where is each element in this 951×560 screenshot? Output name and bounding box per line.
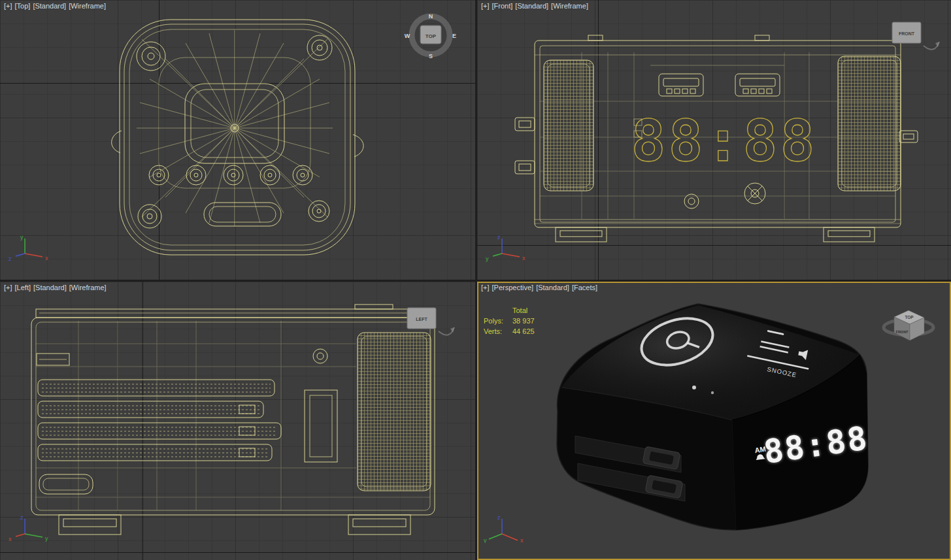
axis-tripod: y x z xyxy=(5,233,58,263)
bottom-detail xyxy=(204,203,281,226)
clock-left-wireframe[interactable] xyxy=(31,305,435,535)
screw xyxy=(313,349,327,363)
viewport-menu: [+][Perspective][Standard][Facets] xyxy=(481,284,600,291)
compass-south[interactable]: S xyxy=(429,53,433,59)
corner-screw xyxy=(137,42,165,71)
axis-tripod: z y x xyxy=(5,513,58,543)
alarm-icon xyxy=(711,391,714,394)
stats-verts-label: Verts: xyxy=(484,326,512,337)
viewcube-front-label[interactable]: FRONT xyxy=(896,330,909,334)
viewport-front[interactable]: 88:88 [+][Front][Standard][Wireframe] FR xyxy=(477,0,951,280)
viewport-menu-shading[interactable]: [Wireframe] xyxy=(551,2,588,10)
usb-port xyxy=(735,74,780,96)
mesh-fan xyxy=(137,30,333,226)
viewport-menu-renderer[interactable]: [Standard] xyxy=(515,2,548,10)
viewport-menu-general[interactable]: [+] xyxy=(4,284,12,291)
axis-y-label: y xyxy=(45,535,48,542)
am-indicator: AM xyxy=(754,445,767,454)
viewport-menu: [+][Left][Standard][Wireframe] xyxy=(4,284,109,291)
compass-east[interactable]: E xyxy=(452,33,456,39)
axis-x-label: x xyxy=(520,537,524,543)
foot xyxy=(824,227,875,242)
foot xyxy=(556,227,607,242)
strap-band xyxy=(38,380,275,396)
viewport-grid: [+][Top][Standard][Wireframe] TOP N W E … xyxy=(0,0,951,560)
viewport-menu: [+][Top][Standard][Wireframe] xyxy=(4,2,108,10)
button-row xyxy=(149,165,312,185)
axis-x-label: x xyxy=(8,536,12,542)
viewport-menu-shading[interactable]: [Wireframe] xyxy=(69,284,107,291)
axis-x-label: x xyxy=(522,255,526,261)
side-ear xyxy=(353,135,363,157)
viewcube-left-label[interactable]: LEFT xyxy=(416,317,427,321)
viewport-menu-shading[interactable]: [Wireframe] xyxy=(69,2,106,10)
viewport-menu-pov[interactable]: [Front] xyxy=(492,2,513,10)
battery-door xyxy=(39,474,93,494)
axis-y-label: y xyxy=(20,234,24,240)
viewport-top[interactable]: [+][Top][Standard][Wireframe] TOP N W E … xyxy=(0,0,475,280)
clock-top-wireframe[interactable] xyxy=(112,20,363,255)
viewport-menu-pov[interactable]: [Perspective] xyxy=(492,284,534,291)
axis-z-label: z xyxy=(497,234,501,240)
viewport-perspective[interactable]: SNOOZE 88:88 88:88 AM [+][Perspective][S… xyxy=(477,282,951,560)
axis-tripod: z x y xyxy=(482,233,535,263)
viewport-menu-general[interactable]: [+] xyxy=(4,2,12,10)
viewport-menu: [+][Front][Standard][Wireframe] xyxy=(481,2,591,10)
usb-port xyxy=(659,74,703,96)
viewcube[interactable]: TOP N W E S xyxy=(398,5,463,65)
viewport-menu-renderer[interactable]: [Standard] xyxy=(33,2,66,10)
viewcube-front-label[interactable]: FRONT xyxy=(899,31,915,36)
side-ear xyxy=(112,131,122,153)
viewport-menu-pov[interactable]: [Left] xyxy=(15,284,31,291)
stats-polys-label: Polys: xyxy=(484,316,512,326)
speaker-grille-left xyxy=(544,60,593,191)
corner-screw xyxy=(309,201,329,222)
scene-statistics: Total Polys:38 937 Verts:44 625 xyxy=(484,305,535,337)
alarm-icon xyxy=(692,386,696,389)
speaker-grille-right xyxy=(838,56,901,191)
viewcube-top-label[interactable]: TOP xyxy=(905,315,914,320)
viewport-menu-general[interactable]: [+] xyxy=(481,2,490,10)
viewcube[interactable]: LEFT xyxy=(384,304,456,343)
side-tab xyxy=(515,118,535,131)
alarm-clock-model[interactable]: SNOOZE 88:88 88:88 AM xyxy=(557,304,871,530)
strap-band xyxy=(38,423,281,439)
foot xyxy=(348,515,410,535)
axis-x-label: x xyxy=(45,255,48,261)
latch xyxy=(37,354,69,365)
viewport-left[interactable]: [+][Left][Standard][Wireframe] LEFT z y … xyxy=(0,282,475,560)
viewport-menu-pov[interactable]: [Top] xyxy=(15,2,31,10)
corner-screw xyxy=(307,35,332,60)
corner-screw xyxy=(138,205,161,228)
viewport-menu-renderer[interactable]: [Standard] xyxy=(536,284,569,291)
viewport-menu-shading[interactable]: [Facets] xyxy=(572,284,597,291)
axis-z-label: z xyxy=(497,514,501,521)
viewport-menu-general[interactable]: [+] xyxy=(481,284,490,291)
strap-band xyxy=(38,444,272,461)
viewcube-top-label[interactable]: TOP xyxy=(425,33,437,39)
speaker-grille-side xyxy=(358,333,431,491)
knob xyxy=(744,183,765,204)
foot xyxy=(59,515,121,535)
port-block xyxy=(305,390,337,462)
compass-north[interactable]: N xyxy=(429,13,433,20)
viewcube[interactable]: TOP FRONT xyxy=(873,297,944,352)
axis-z-label: z xyxy=(8,255,12,262)
viewport-menu-renderer[interactable]: [Standard] xyxy=(33,284,67,291)
stats-total-label: Total xyxy=(512,305,535,316)
axis-y-label: y xyxy=(486,255,489,262)
clock-front-wireframe[interactable]: 88:88 xyxy=(515,35,918,242)
axis-y-label: y xyxy=(484,537,487,543)
side-tab xyxy=(515,161,535,174)
stats-verts-value: 44 625 xyxy=(512,326,535,337)
side-tab xyxy=(899,131,918,142)
axis-tripod: z x y xyxy=(482,513,535,543)
viewcube[interactable]: FRONT xyxy=(863,18,942,58)
strap-band xyxy=(38,401,263,418)
display-digits-wire: 88:88 xyxy=(631,107,818,174)
compass-west[interactable]: W xyxy=(405,33,410,39)
stats-polys-value: 38 937 xyxy=(512,316,535,326)
axis-z-label: z xyxy=(20,514,24,521)
